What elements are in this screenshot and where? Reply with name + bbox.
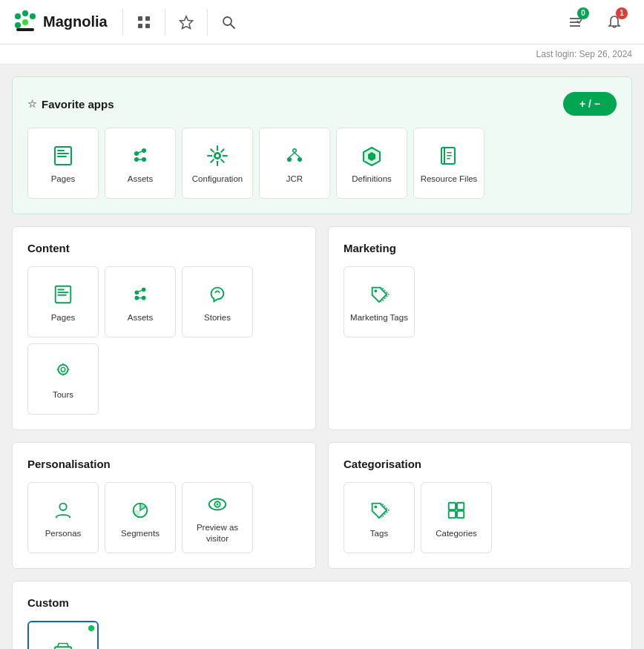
svg-point-47 xyxy=(142,287,146,291)
tasks-button[interactable]: 0 xyxy=(558,0,594,45)
svg-point-29 xyxy=(287,157,292,162)
categorisation-section: Categorisation Tags xyxy=(328,442,632,569)
svg-point-31 xyxy=(294,149,296,151)
notifications-badge: 1 xyxy=(616,7,628,19)
svg-point-11 xyxy=(223,17,231,25)
marketing-title: Marketing xyxy=(344,242,617,254)
custom-app-wrapper: Tour vehicles xyxy=(27,621,99,649)
content-app-stories[interactable]: Stories xyxy=(182,266,253,337)
personalisation-categorisation-row: Personalisation Personas xyxy=(12,442,632,569)
search-icon xyxy=(221,15,236,30)
custom-section: Custom Tour vehicles xyxy=(12,581,632,649)
assets-label: Assets xyxy=(128,174,154,185)
tasks-badge: 0 xyxy=(577,7,589,19)
svg-rect-68 xyxy=(457,510,464,517)
navbar: Magnolia 0 xyxy=(0,0,644,45)
favorites-section: ☆ Favorite apps + / − Pages xyxy=(12,76,632,214)
favorite-app-pages[interactable]: Pages xyxy=(27,128,99,199)
svg-point-58 xyxy=(374,289,377,292)
personas-icon xyxy=(53,497,73,524)
svg-line-33 xyxy=(295,153,300,157)
svg-rect-40 xyxy=(447,155,452,157)
svg-rect-66 xyxy=(457,502,464,509)
categorisation-app-categories[interactable]: Categories xyxy=(421,482,492,553)
notifications-button[interactable]: 1 xyxy=(597,0,632,45)
jcr-icon xyxy=(283,142,306,169)
svg-rect-17 xyxy=(57,150,65,151)
preview-icon xyxy=(207,491,228,518)
svg-point-30 xyxy=(298,157,302,162)
content-title: Content xyxy=(27,242,300,254)
content-marketing-row: Content Pages xyxy=(12,226,632,430)
svg-point-1 xyxy=(22,10,28,16)
svg-line-12 xyxy=(231,24,234,28)
svg-point-27 xyxy=(215,154,220,158)
svg-point-3 xyxy=(15,22,21,28)
marketing-app-grid: Marketing Tags xyxy=(344,266,617,337)
svg-point-59 xyxy=(59,503,66,510)
custom-app-tour-vehicles[interactable]: Tour vehicles xyxy=(27,621,99,649)
favorite-app-resource-files[interactable]: Resource Files xyxy=(413,128,484,199)
content-section: Content Pages xyxy=(12,226,316,430)
favorite-app-definitions[interactable]: Definitions xyxy=(336,128,407,199)
star-icon: ☆ xyxy=(27,98,37,110)
apps-grid-button[interactable] xyxy=(126,0,162,45)
custom-title: Custom xyxy=(27,596,617,609)
add-remove-button[interactable]: + / − xyxy=(563,92,617,116)
pages-label: Pages xyxy=(51,174,76,185)
svg-rect-7 xyxy=(145,16,150,21)
search-button[interactable] xyxy=(211,0,246,45)
personalisation-app-grid: Personas Segments xyxy=(27,482,300,553)
content-app-pages[interactable]: Pages xyxy=(27,266,99,337)
svg-point-53 xyxy=(61,367,65,372)
svg-rect-45 xyxy=(58,294,67,296)
configuration-label: Configuration xyxy=(192,174,243,185)
svg-point-63 xyxy=(217,504,219,506)
pages-icon xyxy=(52,142,74,169)
navbar-right: 0 1 xyxy=(558,0,632,45)
content-app-assets[interactable]: Assets xyxy=(105,266,176,337)
segments-icon xyxy=(130,497,151,524)
svg-rect-19 xyxy=(57,156,67,157)
personalisation-app-personas[interactable]: Personas xyxy=(27,482,99,553)
assets-icon xyxy=(129,142,151,169)
favorites-app-grid: Pages Assets xyxy=(27,128,617,199)
assets-icon xyxy=(130,281,151,308)
svg-rect-39 xyxy=(447,152,452,154)
main-content: ☆ Favorite apps + / − Pages xyxy=(0,65,644,649)
favorite-app-jcr[interactable]: JCR xyxy=(259,128,330,199)
svg-rect-6 xyxy=(138,16,142,21)
nav-divider-3 xyxy=(207,9,208,36)
content-app-tours[interactable]: Tours xyxy=(27,343,99,415)
last-login-bar: Last login: Sep 26, 2024 xyxy=(0,45,644,65)
definitions-icon xyxy=(361,142,383,169)
logo-text: Magnolia xyxy=(43,13,108,30)
star-icon xyxy=(179,15,194,30)
grid-icon xyxy=(137,15,151,30)
tags-icon xyxy=(369,497,390,524)
personalisation-app-segments[interactable]: Segments xyxy=(105,482,176,553)
svg-marker-10 xyxy=(180,16,192,29)
stories-icon xyxy=(207,281,228,308)
svg-rect-41 xyxy=(447,158,450,159)
configuration-icon xyxy=(206,142,229,169)
svg-rect-67 xyxy=(449,510,456,517)
nav-divider-1 xyxy=(122,9,123,36)
tour-vehicles-icon xyxy=(53,636,73,649)
personalisation-app-preview[interactable]: Preview as visitor xyxy=(182,482,253,553)
categorisation-title: Categorisation xyxy=(344,458,617,470)
categorisation-app-grid: Tags Categories xyxy=(344,482,617,553)
marketing-app-tags[interactable]: Marketing Tags xyxy=(344,266,415,337)
favorite-app-configuration[interactable]: Configuration xyxy=(182,128,253,199)
categorisation-app-tags[interactable]: Tags xyxy=(344,482,415,553)
logo-icon xyxy=(12,9,39,36)
svg-point-2 xyxy=(30,13,36,19)
personalisation-title: Personalisation xyxy=(27,458,300,470)
categories-icon xyxy=(446,497,467,524)
favorites-button[interactable] xyxy=(168,0,204,45)
svg-rect-65 xyxy=(449,502,456,509)
resource-files-label: Resource Files xyxy=(421,174,478,185)
last-login-text: Last login: Sep 26, 2024 xyxy=(536,49,632,59)
personalisation-section: Personalisation Personas xyxy=(12,442,316,569)
favorite-app-assets[interactable]: Assets xyxy=(105,128,176,199)
